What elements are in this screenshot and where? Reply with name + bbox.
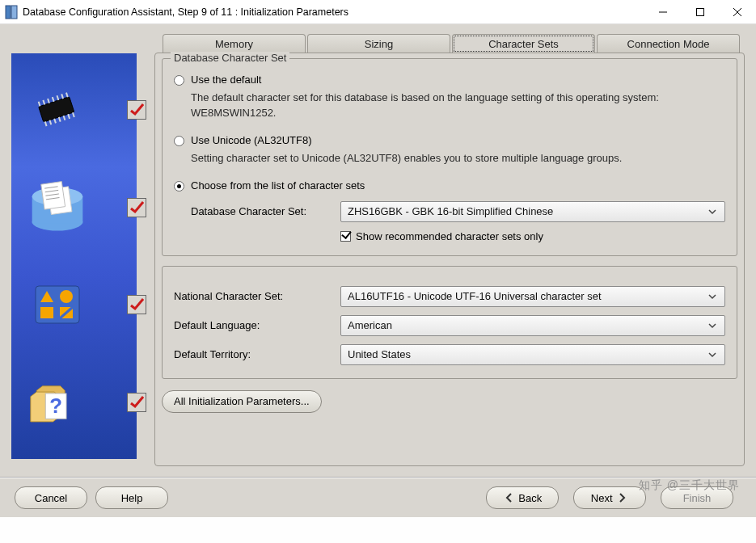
shapes-icon: [29, 280, 86, 329]
checkmark-icon: [127, 100, 146, 120]
arrow-left-icon: [503, 491, 516, 504]
db-charset-label: Database Character Set:: [191, 205, 340, 217]
svg-line-9: [48, 99, 49, 103]
svg-line-10: [53, 97, 54, 102]
show-recommended-label: Show recommended character sets only: [356, 230, 543, 242]
documents-folder-icon: [29, 183, 86, 232]
back-button[interactable]: Back: [486, 486, 559, 509]
next-button[interactable]: Next: [573, 486, 646, 509]
folders-question-icon: ?: [29, 378, 86, 427]
radio-use-unicode-label: Use Unicode (AL32UTF8): [191, 134, 312, 146]
radio-choose-list-label: Choose from the list of character sets: [191, 179, 365, 192]
national-charset-value: AL16UTF16 - Unicode UTF-16 Universal cha…: [348, 290, 602, 302]
svg-line-11: [57, 96, 59, 101]
national-charset-select[interactable]: AL16UTF16 - Unicode UTF-16 Universal cha…: [340, 286, 725, 307]
cancel-button[interactable]: Cancel: [15, 486, 87, 509]
default-territory-label: Default Territory:: [174, 348, 340, 360]
default-territory-value: United States: [348, 348, 411, 360]
db-charset-select[interactable]: ZHS16GBK - GBK 16-bit Simplified Chinese: [340, 201, 725, 222]
chip-icon: [29, 86, 86, 134]
all-init-params-button[interactable]: All Initialization Parameters...: [162, 390, 322, 413]
use-default-description: The default character set for this datab…: [191, 90, 725, 121]
default-language-value: American: [348, 319, 392, 331]
tab-panel: Database Character Set Use the default T…: [154, 53, 745, 466]
chevron-down-icon: [707, 291, 718, 302]
svg-rect-33: [40, 307, 53, 318]
maximize-button[interactable]: [682, 0, 719, 24]
checkmark-icon: [127, 393, 146, 412]
svg-point-32: [60, 290, 73, 303]
chevron-down-icon: [707, 349, 718, 360]
checkmark-icon: [127, 198, 146, 217]
database-charset-group: Database Character Set Use the default T…: [162, 58, 737, 256]
finish-button[interactable]: Finish: [661, 486, 733, 509]
svg-rect-25: [41, 181, 65, 209]
chevron-down-icon: [707, 320, 718, 331]
radio-use-unicode[interactable]: [174, 136, 184, 146]
svg-line-13: [66, 93, 68, 98]
tabs: Memory Sizing Character Sets Connection …: [163, 34, 745, 53]
client-area: ? Memory Sizing Character Sets Connectio…: [0, 24, 756, 517]
app-icon: [5, 5, 18, 19]
svg-line-18: [64, 116, 65, 120]
svg-line-12: [61, 95, 63, 99]
window-title: Database Configuration Assistant, Step 9…: [23, 6, 644, 18]
svg-line-14: [45, 122, 47, 127]
radio-use-default-label: Use the default: [191, 74, 261, 86]
radio-use-default[interactable]: [174, 75, 184, 86]
svg-line-19: [68, 114, 70, 119]
step-connection-mode: ?: [11, 378, 137, 427]
help-button[interactable]: Help: [95, 486, 168, 509]
use-unicode-description: Setting character set to Unicode (AL32UT…: [191, 151, 725, 166]
radio-choose-list[interactable]: [174, 181, 184, 192]
default-language-label: Default Language:: [174, 319, 340, 331]
close-button[interactable]: [719, 0, 756, 24]
svg-line-8: [43, 100, 44, 105]
titlebar: Database Configuration Assistant, Step 9…: [0, 0, 756, 24]
locale-group: National Character Set: AL16UTF16 - Unic…: [162, 266, 737, 379]
tab-connection-mode[interactable]: Connection Mode: [597, 34, 740, 53]
tab-sizing[interactable]: Sizing: [307, 34, 450, 53]
wizard-footer: Cancel Help Back Next Finish: [0, 477, 756, 517]
wizard-sidebar: ?: [11, 53, 137, 459]
step-memory: [11, 86, 137, 134]
show-recommended-checkbox[interactable]: [340, 231, 351, 242]
tab-character-sets[interactable]: Character Sets: [452, 34, 595, 53]
default-territory-select[interactable]: United States: [340, 344, 725, 365]
step-character-sets: [11, 280, 137, 329]
svg-line-20: [73, 113, 74, 118]
svg-line-7: [39, 102, 40, 107]
svg-line-16: [54, 119, 56, 124]
default-language-select[interactable]: American: [340, 315, 725, 336]
svg-rect-1: [11, 6, 17, 19]
svg-rect-3: [697, 8, 704, 15]
checkmark-icon: [127, 295, 146, 314]
main-panel: Memory Sizing Character Sets Connection …: [154, 34, 745, 466]
chevron-down-icon: [707, 206, 718, 217]
step-sizing: [11, 183, 137, 232]
db-charset-value: ZHS16GBK - GBK 16-bit Simplified Chinese: [348, 205, 553, 217]
group-legend: Database Character Set: [171, 52, 289, 64]
svg-rect-0: [6, 6, 11, 19]
minimize-button[interactable]: [644, 0, 682, 24]
svg-line-17: [59, 117, 61, 122]
arrow-right-icon: [615, 491, 628, 504]
svg-line-15: [49, 120, 51, 125]
national-charset-label: National Character Set:: [174, 290, 340, 302]
tab-memory[interactable]: Memory: [163, 34, 306, 53]
svg-text:?: ?: [49, 394, 62, 417]
